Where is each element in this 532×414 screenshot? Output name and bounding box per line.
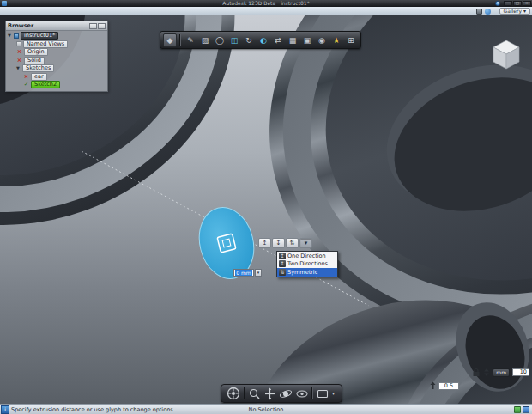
status-bar: i Specify extrusion distance or use glyp… bbox=[0, 404, 532, 414]
sketch-icon[interactable]: ✎ bbox=[184, 33, 197, 47]
close-button[interactable]: × bbox=[523, 1, 531, 6]
tree-item-label[interactable]: Solid bbox=[24, 57, 45, 64]
browser-panel: Browser ▼ instruct01* Named Views × Orig… bbox=[5, 21, 108, 92]
document-icon bbox=[14, 33, 19, 39]
menu-item-label: One Direction bbox=[287, 253, 326, 259]
sync-icon[interactable] bbox=[485, 9, 491, 15]
pattern-icon[interactable]: ▦ bbox=[286, 33, 299, 47]
tree-item-sketches[interactable]: ▼ Sketches bbox=[6, 64, 107, 73]
direction-options-button[interactable]: ▾ bbox=[299, 238, 312, 248]
main-toolbar: ◆ ✎ ▧ ◯ ◫ ↻ ◐ ⇄ ▦ ▣ ◉ ★ ⊞ bbox=[160, 31, 361, 49]
browser-tree: ▼ instruct01* Named Views × Origin × Sol… bbox=[6, 31, 107, 91]
tree-item-origin[interactable]: × Origin bbox=[6, 48, 107, 57]
gallery-button[interactable]: Gallery ▾ bbox=[499, 8, 530, 15]
document-title: instruct01* bbox=[281, 0, 310, 6]
menu-item-symmetric[interactable]: ⇅ Symmetric bbox=[277, 268, 337, 277]
grid-major-input[interactable]: 10 bbox=[512, 368, 529, 376]
camera-icon bbox=[16, 41, 21, 46]
zoom-icon[interactable] bbox=[248, 387, 261, 400]
selection-status: No Selection bbox=[249, 406, 284, 413]
menu-strip: Gallery ▾ bbox=[0, 7, 532, 15]
minimize-button[interactable]: – bbox=[504, 1, 512, 6]
grid-controls-row: mm 10 bbox=[472, 368, 529, 377]
two-directions-icon: ↕ bbox=[279, 260, 286, 267]
app-logo-icon bbox=[2, 1, 7, 6]
steering-wheel-icon[interactable] bbox=[226, 386, 241, 401]
revolve-icon[interactable]: ↻ bbox=[242, 33, 256, 47]
3d-viewport[interactable]: Browser ▼ instruct01* Named Views × Orig… bbox=[0, 15, 532, 404]
symmetric-icon: ⇅ bbox=[279, 269, 286, 276]
primitive-cylinder-icon[interactable]: ◯ bbox=[213, 33, 227, 47]
tree-item-ear[interactable]: × ear bbox=[6, 73, 107, 82]
browser-dock-icon[interactable] bbox=[89, 23, 97, 29]
navbar-separator bbox=[311, 387, 313, 399]
spinner-arrows-icon[interactable] bbox=[483, 368, 490, 377]
prompt-icon: i bbox=[1, 405, 9, 414]
primitive-box-icon[interactable]: ▧ bbox=[198, 33, 212, 47]
direction-down-button[interactable]: ↧ bbox=[272, 238, 285, 248]
application-window: Autodesk 123D Betainstruct01* ? – □ × Ga… bbox=[0, 0, 532, 414]
distance-input[interactable]: 0 mm bbox=[233, 269, 254, 277]
menu-item-label: Two Directions bbox=[287, 260, 328, 267]
lock-icon[interactable] bbox=[472, 368, 481, 377]
browser-header[interactable]: Browser bbox=[6, 21, 107, 31]
combine-icon[interactable]: ◐ bbox=[257, 33, 270, 47]
settings-status-icon[interactable] bbox=[523, 406, 529, 413]
both-directions-button[interactable]: ⇅ bbox=[286, 238, 299, 248]
visibility-off-icon[interactable]: × bbox=[16, 58, 22, 64]
gallery-arrow-icon: ▾ bbox=[523, 9, 526, 14]
browser-title: Browser bbox=[8, 22, 88, 30]
look-at-icon[interactable] bbox=[295, 387, 309, 400]
favorites-icon[interactable]: ★ bbox=[329, 33, 343, 47]
extrude-distance-widget: 0 mm ▾ bbox=[233, 269, 262, 277]
pan-icon[interactable] bbox=[263, 387, 276, 400]
navbar-menu-icon[interactable]: ▾ bbox=[332, 391, 335, 396]
tree-item-label[interactable]: Named Views bbox=[23, 40, 68, 48]
expand-arrow-icon[interactable]: ▼ bbox=[8, 33, 12, 38]
online-status-icon[interactable] bbox=[514, 406, 521, 413]
help-icon[interactable]: ? bbox=[495, 1, 500, 6]
orbit-icon[interactable] bbox=[279, 387, 293, 400]
grid-minor-input[interactable]: 0.5 bbox=[438, 382, 459, 390]
visibility-on-icon[interactable]: ✓ bbox=[23, 82, 29, 88]
one-direction-icon: ↥ bbox=[279, 253, 286, 259]
tree-item-solid[interactable]: × Solid bbox=[6, 57, 107, 65]
units-label: mm bbox=[493, 368, 510, 377]
browser-close-icon[interactable] bbox=[98, 23, 106, 29]
extrude-icon[interactable]: ◫ bbox=[227, 33, 241, 47]
direction-up-button[interactable]: ↥ bbox=[258, 238, 271, 248]
tree-item-document[interactable]: ▼ instruct01* bbox=[6, 32, 107, 40]
toolbar-separator bbox=[179, 34, 181, 46]
distance-value: 0 mm bbox=[235, 270, 251, 276]
tree-item-label[interactable]: ear bbox=[31, 73, 47, 81]
visibility-off-icon[interactable]: × bbox=[16, 49, 22, 55]
tree-item-label[interactable]: instruct01* bbox=[21, 32, 58, 40]
tree-item-named-views[interactable]: Named Views bbox=[6, 40, 107, 49]
screen-capture-icon[interactable] bbox=[476, 9, 482, 15]
maximize-button[interactable]: □ bbox=[513, 1, 522, 6]
tree-item-label[interactable]: Sketches bbox=[22, 64, 54, 72]
modify-icon[interactable]: ⇄ bbox=[271, 33, 285, 47]
extrude-mini-toolbar: ↥ ↧ ⇅ ▾ bbox=[258, 238, 312, 248]
snap-controls-row: 0.5 bbox=[429, 381, 459, 390]
menu-item-two-directions[interactable]: ↕ Two Directions bbox=[277, 260, 337, 269]
menu-item-one-direction[interactable]: ↥ One Direction bbox=[277, 252, 337, 260]
material-icon[interactable]: ◉ bbox=[315, 33, 329, 47]
window-title: Autodesk 123D Betainstruct01* bbox=[222, 0, 309, 7]
title-bar[interactable]: Autodesk 123D Betainstruct01* ? – □ × bbox=[0, 0, 532, 7]
group-icon[interactable]: ▣ bbox=[300, 33, 314, 47]
tree-item-label[interactable]: Origin bbox=[24, 48, 48, 56]
tree-item-sketch2-selected[interactable]: ✓ Sketch2 bbox=[6, 81, 107, 89]
distance-dropdown-icon[interactable]: ▾ bbox=[255, 269, 262, 277]
app-cube-icon[interactable]: ◆ bbox=[163, 33, 177, 47]
navbar-separator bbox=[244, 387, 245, 399]
tree-item-label[interactable]: Sketch2 bbox=[31, 81, 60, 88]
visibility-off-icon[interactable]: × bbox=[23, 74, 29, 80]
expand-arrow-icon[interactable]: ▼ bbox=[16, 66, 21, 70]
snap-grid-icon[interactable]: ⊞ bbox=[344, 33, 358, 47]
direction-dropdown-menu: ↥ One Direction ↕ Two Directions ⇅ Symme… bbox=[276, 251, 338, 277]
snap-icon[interactable] bbox=[429, 381, 437, 390]
menu-item-label: Symmetric bbox=[287, 269, 317, 276]
screen-icon[interactable] bbox=[316, 387, 329, 400]
navigation-bar: ▾ bbox=[221, 384, 342, 403]
